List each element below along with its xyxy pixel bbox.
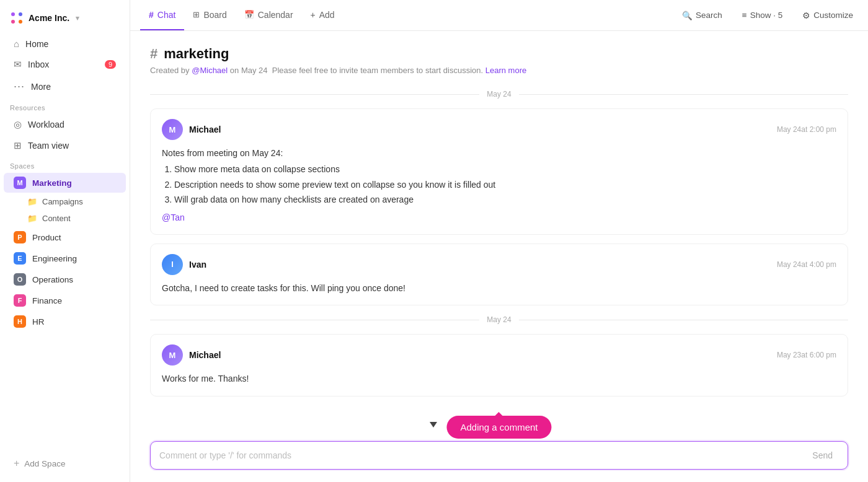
add-space-button[interactable]: + Add Space: [4, 454, 126, 473]
app-name: Acme Inc.: [29, 13, 69, 23]
svg-point-1: [19, 12, 22, 16]
sidebar-item-inbox[interactable]: ✉ Inbox 9: [4, 55, 126, 74]
sidebar-item-operations[interactable]: O Operations: [4, 269, 126, 289]
customize-button[interactable]: ⚙ Customize: [797, 8, 858, 23]
message-time-3: May 23at 6:00 pm: [777, 351, 836, 359]
sidebar-item-product[interactable]: P Product: [4, 227, 126, 247]
mention-tan[interactable]: @Tan: [162, 213, 185, 222]
cursor-arrow: [430, 422, 437, 427]
more-icon: ···: [14, 80, 25, 93]
show-button[interactable]: ≡ Show · 5: [737, 8, 787, 22]
message-header-1: M Michael May 24at 2:00 pm: [162, 119, 836, 140]
message-author-2: Ivan: [189, 260, 206, 269]
channel-header: # marketing: [150, 46, 848, 62]
body-text-2: Gotcha, I need to create tasks for this.…: [162, 283, 405, 293]
space-avatar-operations: O: [14, 273, 26, 286]
message-body-3: Works for me. Thanks!: [162, 372, 836, 385]
message-block-1: M Michael May 24at 2:00 pm Notes from me…: [150, 108, 848, 235]
search-label: Search: [696, 11, 722, 20]
hash-icon: #: [149, 10, 154, 20]
sub-item-label: Campaigns: [42, 197, 83, 206]
sidebar-item-more[interactable]: ··· More: [4, 76, 126, 97]
sidebar-item-home[interactable]: ⌂ Home: [4, 34, 126, 53]
body-list-1: Show more meta data on collapse sections…: [162, 162, 836, 206]
sidebar-item-label: More: [31, 82, 51, 92]
top-nav-actions: 🔍 Search ≡ Show · 5 ⚙ Customize: [677, 8, 858, 23]
message-time-1: May 24at 2:00 pm: [777, 125, 836, 134]
sidebar-item-finance[interactable]: F Finance: [4, 291, 126, 310]
search-icon: 🔍: [682, 11, 693, 20]
add-space-label: Add Space: [24, 459, 65, 468]
top-nav: # Chat ⊞ Board 📅 Calendar + Add 🔍 Search…: [130, 0, 868, 31]
message-header-2: I Ivan May 24at 4:00 pm: [162, 254, 836, 275]
avatar-michael-2: M: [162, 344, 183, 366]
send-button[interactable]: Send: [806, 447, 839, 464]
date-divider-1: May 24: [150, 90, 848, 99]
avatar-michael-1: M: [162, 119, 183, 140]
sidebar-item-marketing[interactable]: M Marketing: [4, 173, 126, 193]
list-item: Description needs to show some preview t…: [174, 178, 836, 191]
date-divider-2: May 24: [150, 315, 848, 324]
date-divider-label-2: May 24: [487, 315, 511, 324]
sidebar-item-engineering[interactable]: E Engineering: [4, 248, 126, 268]
space-label-marketing: Marketing: [32, 178, 72, 188]
sub-item-label: Content: [42, 214, 71, 223]
tab-calendar[interactable]: 📅 Calendar: [236, 0, 302, 30]
sidebar: Acme Inc. ▾ ⌂ Home ✉ Inbox 9 ··· More Re…: [0, 0, 130, 482]
space-label-finance: Finance: [32, 296, 62, 305]
team-view-icon: ⊞: [14, 140, 22, 151]
spaces-section-label: Spaces: [0, 156, 130, 172]
learn-more-link[interactable]: Learn more: [485, 66, 526, 75]
sidebar-sub-item-campaigns[interactable]: 📁 Campaigns: [4, 194, 126, 209]
show-icon: ≡: [742, 11, 747, 20]
svg-point-0: [11, 12, 15, 16]
sidebar-item-workload[interactable]: ◎ Workload: [4, 115, 126, 134]
sidebar-item-label: Home: [25, 39, 48, 49]
board-icon: ⊞: [193, 10, 200, 19]
space-avatar-hr: H: [14, 315, 26, 328]
date-divider-label: May 24: [487, 90, 511, 99]
workload-icon: ◎: [14, 119, 22, 130]
inbox-badge: 9: [105, 60, 116, 69]
add-space-icon: +: [14, 458, 19, 469]
channel-hash-icon: #: [150, 46, 157, 62]
body-intro: Notes from meeting on May 24:: [162, 146, 836, 160]
message-block-2: I Ivan May 24at 4:00 pm Gotcha, I need t…: [150, 243, 848, 305]
list-item: Will grab data on how many checklists ar…: [174, 193, 836, 206]
sidebar-item-team-view[interactable]: ⊞ Team view: [4, 136, 126, 156]
sidebar-item-hr[interactable]: H HR: [4, 312, 126, 331]
sidebar-item-label: Team view: [28, 141, 69, 151]
message-time-2: May 24at 4:00 pm: [777, 260, 836, 269]
space-label-product: Product: [32, 233, 61, 242]
meta-prefix: Created by: [150, 66, 190, 75]
comment-input-wrapper: Send: [150, 441, 848, 470]
svg-point-3: [19, 20, 22, 24]
tab-board[interactable]: ⊞ Board: [184, 0, 235, 30]
space-avatar-engineering: E: [14, 252, 26, 265]
main-content: # Chat ⊞ Board 📅 Calendar + Add 🔍 Search…: [130, 0, 868, 482]
message-header-3: M Michael May 23at 6:00 pm: [162, 344, 836, 366]
avatar-ivan: I: [162, 254, 183, 275]
message-body-1: Notes from meeting on May 24: Show more …: [162, 146, 836, 224]
sidebar-sub-item-content[interactable]: 📁 Content: [4, 211, 126, 226]
tooltip-bubble: Adding a comment: [446, 416, 551, 439]
search-button[interactable]: 🔍 Search: [677, 8, 727, 23]
comment-input[interactable]: [159, 442, 806, 469]
list-item: Show more meta data on collapse sections: [174, 162, 836, 176]
tab-chat[interactable]: # Chat: [140, 0, 184, 30]
svg-point-2: [11, 20, 15, 24]
sidebar-item-label: Workload: [28, 120, 64, 129]
folder-icon: 📁: [27, 214, 37, 223]
plus-icon: +: [311, 10, 316, 20]
app-logo[interactable]: Acme Inc. ▾: [0, 7, 130, 33]
message-author-1: Michael: [189, 125, 221, 134]
body-text-3: Works for me. Thanks!: [162, 374, 249, 383]
meta-author[interactable]: @Michael: [192, 66, 228, 75]
message-block-3: M Michael May 23at 6:00 pm Works for me.…: [150, 334, 848, 396]
tab-add[interactable]: + Add: [302, 0, 343, 30]
inbox-icon: ✉: [14, 59, 22, 70]
sidebar-item-label: Inbox: [28, 59, 49, 69]
folder-icon: 📁: [27, 197, 37, 206]
meta-date: on May 24: [230, 66, 268, 75]
tab-label-chat: Chat: [157, 10, 176, 20]
